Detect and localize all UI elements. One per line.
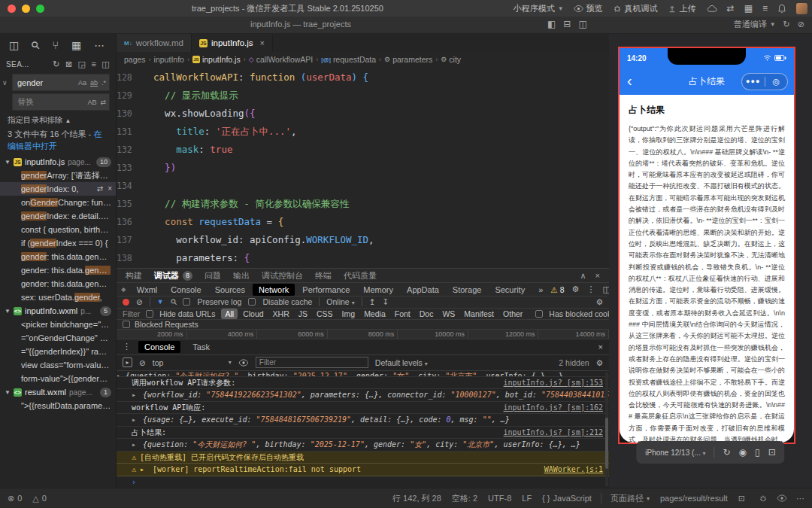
- devtools-tab-AppData[interactable]: AppData: [401, 284, 445, 296]
- grid-layout-icon[interactable]: ▦: [744, 4, 753, 13]
- source-link[interactable]: WAWorker.js:1: [535, 464, 603, 476]
- new-search-editor-icon[interactable]: ◲: [78, 59, 86, 69]
- search-result-item[interactable]: onGenderChange: functi...: [0, 196, 116, 209]
- code-line[interactable]: 131 title: '正在占卜中...',: [117, 123, 609, 141]
- replace-icon[interactable]: ⇄: [97, 182, 103, 196]
- search-result-item[interactable]: gender: this.data.gender...: [0, 263, 116, 277]
- upload-button[interactable]: 上传: [668, 3, 696, 14]
- preview-button[interactable]: 预览: [574, 3, 603, 14]
- blocked-requests-label[interactable]: Blocked Requests: [135, 320, 198, 329]
- breadcrumb-item[interactable]: city: [449, 55, 461, 64]
- search-result-item[interactable]: ="onGenderChange" val...: [0, 331, 116, 345]
- refresh-icon[interactable]: ↻: [53, 59, 60, 69]
- import-har-icon[interactable]: ↥: [369, 297, 376, 306]
- filter-chip-Media[interactable]: Media: [360, 309, 389, 319]
- source-control-icon[interactable]: ⑂: [53, 39, 59, 51]
- bug-icon[interactable]: [759, 494, 768, 503]
- console-tab-Console[interactable]: Console: [138, 341, 180, 353]
- search-input[interactable]: gender Aa ab .*: [12, 74, 110, 91]
- disclosure-arrow-icon[interactable]: ▸: [117, 372, 126, 377]
- hide-data-urls-label[interactable]: Hide data URLs: [159, 309, 215, 318]
- close-window-button[interactable]: [8, 5, 16, 13]
- recompile-icon[interactable]: ↻: [783, 20, 790, 29]
- disclosure-arrow-icon[interactable]: ▸: [132, 415, 143, 424]
- drag-handle-icon[interactable]: ⋮: [123, 342, 131, 351]
- disable-cache-checkbox[interactable]: [248, 298, 256, 306]
- devtools-tab-Wxml[interactable]: Wxml: [131, 284, 164, 296]
- panel-tab-调试器[interactable]: 调试器8: [154, 270, 192, 281]
- search-details-toggle[interactable]: 指定目录和排除 ▲: [0, 113, 116, 126]
- device-selector[interactable]: iPhone 12/13 (... ▾: [645, 449, 705, 457]
- extensions-icon[interactable]: ▦: [71, 39, 81, 51]
- clear-results-icon[interactable]: ⊠: [65, 59, 73, 69]
- console-filter-input[interactable]: Filter: [256, 357, 368, 368]
- clear-console-icon[interactable]: ⊘: [139, 358, 146, 367]
- blocked-requests-checkbox[interactable]: [123, 321, 130, 328]
- close-panel-icon[interactable]: ×: [595, 271, 600, 281]
- breadcrumb-item[interactable]: pages: [124, 55, 146, 64]
- record-screen-icon[interactable]: ◉: [739, 447, 747, 458]
- code-line[interactable]: 128 callWorkflowAPI: function (userData)…: [117, 68, 609, 87]
- problems-status[interactable]: ⊗0 △0: [8, 494, 47, 503]
- close-icon[interactable]: ×: [260, 38, 265, 47]
- panel-tab-输出[interactable]: 输出: [233, 270, 250, 281]
- filter-chip-XHR[interactable]: XHR: [269, 309, 293, 319]
- eye-icon[interactable]: [777, 494, 787, 502]
- live-expression-icon[interactable]: [238, 359, 249, 367]
- more-options-icon[interactable]: ⋮: [586, 284, 595, 294]
- more-icon[interactable]: ⋯: [796, 494, 804, 503]
- search-result-item[interactable]: gender: this.data.gender...: [0, 250, 116, 263]
- dismiss-icon[interactable]: ×: [108, 182, 112, 196]
- panel-tab-构建[interactable]: 构建: [126, 270, 142, 281]
- code-line[interactable]: 136 const requestData = {: [117, 213, 609, 231]
- filter-chip-Manifest[interactable]: Manifest: [460, 309, 498, 319]
- indentation[interactable]: 空格: 2: [452, 493, 477, 504]
- breadcrumb-item[interactable]: callWorkflowAPI: [256, 55, 314, 64]
- search-result-item[interactable]: ="{{genderIndex}}" rang...: [0, 345, 116, 358]
- devtools-tab-Network[interactable]: Network: [253, 284, 295, 296]
- console-object-preview[interactable]: ▸ {question: "今天财运如何? ", birthday: "2025…: [117, 439, 609, 452]
- console-object-preview[interactable]: ▸ {usage: {…}, execute_id: "758484816750…: [117, 414, 609, 427]
- rotate-icon[interactable]: ↻: [723, 447, 730, 458]
- code-line[interactable]: 132 mask: true: [117, 141, 609, 159]
- collapse-panel-icon[interactable]: ∧: [580, 271, 586, 281]
- breadcrumb-item[interactable]: requestData: [333, 55, 376, 64]
- devtools-tab-Performance[interactable]: Performance: [296, 284, 356, 296]
- page-path-dropdown[interactable]: 页面路径▾: [611, 493, 650, 504]
- filter-chip-Doc[interactable]: Doc: [416, 309, 438, 319]
- breadcrumb-item[interactable]: parameters: [392, 55, 432, 64]
- code-line[interactable]: 134: [117, 177, 609, 195]
- source-link[interactable]: inputInfo.js? [sm]:162: [495, 402, 603, 414]
- console-sidebar-icon[interactable]: ▸: [123, 357, 132, 367]
- code-line[interactable]: 130 wx.showLoading({: [117, 105, 609, 123]
- whole-word-toggle[interactable]: ab: [90, 79, 98, 87]
- disable-cache-label[interactable]: Disable cache: [262, 297, 312, 306]
- toggle-sidebar-icon[interactable]: ◧: [547, 19, 556, 29]
- toggle-split-icon[interactable]: ◫: [578, 19, 586, 29]
- breadcrumb-item[interactable]: inputInfo.js: [202, 55, 241, 64]
- inspect-element-icon[interactable]: ⌖: [121, 284, 126, 295]
- search-result-item[interactable]: form-value">{{genderAr...: [0, 372, 116, 385]
- gear-icon[interactable]: ⚙: [572, 284, 580, 294]
- source-link[interactable]: inputInfo.js? [sm]:153: [495, 377, 603, 389]
- panel-tab-问题[interactable]: 问题: [205, 270, 221, 281]
- tab-inputInfo.js[interactable]: JSinputInfo.js×: [192, 34, 273, 52]
- warning-counter[interactable]: ⚠8: [550, 285, 564, 294]
- preserve-log-checkbox[interactable]: [183, 298, 190, 306]
- breadcrumb-item[interactable]: inputInfo: [154, 55, 184, 64]
- phone-simulator[interactable]: 14:20 占卜结果 ‹ ●●● ◎: [620, 48, 794, 443]
- search-result-item[interactable]: if (genderIndex === 0) {: [0, 236, 116, 250]
- compile-mode-dropdown[interactable]: 普通编译▼: [734, 19, 776, 30]
- code-line[interactable]: 129 // 显示加载提示: [117, 87, 609, 105]
- toggle-panel-icon[interactable]: ⊟: [563, 19, 571, 29]
- context-dropdown[interactable]: top▾: [153, 358, 232, 367]
- network-settings-icon[interactable]: ⚙: [596, 297, 603, 306]
- disclosure-arrow-icon[interactable]: ▸: [132, 440, 143, 449]
- match-case-toggle[interactable]: Aa: [78, 79, 86, 87]
- search-result-file[interactable]: ▼JSinputInfo.jspage...10: [0, 155, 116, 169]
- devtools-tab-Sources[interactable]: Sources: [209, 284, 251, 296]
- panel-tab-终端[interactable]: 终端: [315, 270, 332, 281]
- minimize-window-button[interactable]: [22, 5, 30, 13]
- search-result-item[interactable]: <picker bindchange="on...: [0, 318, 116, 331]
- filter-chip-Font[interactable]: Font: [391, 309, 414, 319]
